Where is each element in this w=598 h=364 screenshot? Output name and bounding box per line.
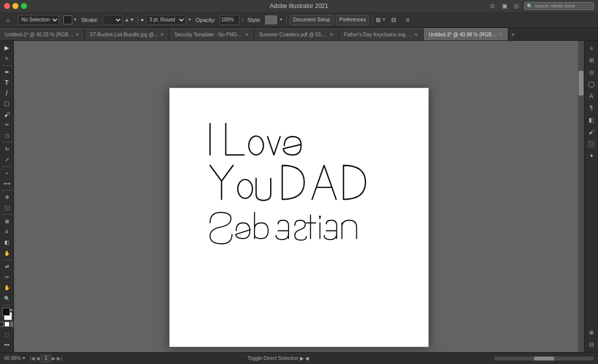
rotate-tool[interactable]: ↻ [1, 144, 13, 154]
swap-colors-icon[interactable]: ⇄ [9, 308, 13, 312]
svg-point-2 [319, 215, 321, 217]
preferences-button[interactable]: Preferences [336, 15, 370, 25]
fill-color-area[interactable]: ▼ [63, 15, 77, 24]
zoom-arrow: ▼ [22, 356, 26, 361]
tab-close-icon[interactable]: ✕ [414, 32, 418, 37]
opacity-input[interactable] [220, 15, 240, 25]
close-button[interactable] [4, 3, 10, 9]
title-bar-right: ⊙ ▣ ◎ 🔍 Search Adobe Stock [488, 2, 598, 10]
fill-mini-box[interactable] [0, 322, 3, 327]
last-page-button[interactable]: ▶| [57, 356, 62, 361]
profile-icon[interactable]: ⊙ [488, 2, 496, 10]
scissors-tool[interactable]: ✂ [1, 272, 13, 282]
fullscreen-button[interactable] [21, 3, 27, 9]
none-box[interactable] [10, 322, 14, 327]
stroke-size-select[interactable]: 3 pt. Round [146, 15, 186, 25]
arrange-icons[interactable]: ⊞▼ [376, 14, 386, 26]
page-number-input[interactable] [41, 355, 51, 363]
type-tool[interactable]: T [1, 78, 13, 88]
vertical-scroll-thumb[interactable] [579, 71, 584, 96]
tab-untitled-3[interactable]: Untitled-3* @ 40.98 % (RGB/Preview) ✕ [424, 28, 508, 40]
window-icon[interactable]: ▣ [500, 2, 508, 10]
location-icon[interactable]: ◎ [512, 2, 520, 10]
tab-label: Untitled-3* @ 40.98 % (RGB/Preview) [429, 32, 497, 37]
tab-close-icon[interactable]: ✕ [245, 32, 249, 37]
tab-security[interactable]: Security Template - No PNG JPG.ai* ✕ [169, 28, 254, 40]
zoom-control[interactable]: 40.98% ▼ [4, 356, 26, 361]
toolbar-divider-3 [372, 15, 373, 25]
warp-tool[interactable]: ⌁ [1, 168, 13, 178]
first-page-button[interactable]: |◀ [30, 356, 35, 361]
graphic-styles-icon[interactable]: ◧ [586, 115, 597, 125]
tab-fathers-day[interactable]: Father's Day Keychains.svg @... ✕ [339, 28, 424, 40]
stroke-mini-box[interactable] [4, 322, 9, 327]
scale-tool[interactable]: ⤢ [1, 154, 13, 164]
tab-label: Father's Day Keychains.svg @... [344, 32, 412, 37]
perspective-tool[interactable]: ⊠ [1, 216, 13, 226]
appearance-icon[interactable]: ◯ [586, 79, 597, 90]
paragraph-icon[interactable]: ¶ [586, 103, 597, 114]
eyedropper-tool[interactable]: ✋ [1, 248, 13, 258]
tab-close-icon[interactable]: ✕ [329, 32, 333, 37]
blend-tool[interactable]: ⇌ [1, 261, 13, 271]
zoom-tool[interactable]: 🔍 [1, 293, 13, 303]
toggle-arrow-left[interactable]: ◀ [305, 356, 309, 361]
stroke-fill-mini [0, 322, 14, 327]
selection-dropdown[interactable]: No Selection [18, 15, 59, 25]
mesh-tool[interactable]: # [1, 227, 13, 237]
tab-summer-coasters[interactable]: Summer Coasters.pdf @ 55.8... ✕ [254, 28, 339, 40]
tab-close-icon[interactable]: ✕ [160, 32, 164, 37]
live-paint-tool[interactable]: ⬛ [1, 203, 13, 213]
pen-tool[interactable]: ✒ [1, 67, 13, 77]
next-page-button[interactable]: ▶ [52, 356, 56, 361]
pencil-tool[interactable]: ✏ [1, 120, 13, 130]
artboard-content [169, 88, 429, 347]
more-tools-icon[interactable]: ••• [1, 340, 13, 350]
search-adobe-stock[interactable]: 🔍 Search Adobe Stock [524, 2, 594, 10]
main-toolbar: ⌂ No Selection ▼ Stroke: ▲▼ ● 3 pt. Roun… [0, 12, 598, 28]
home-icon[interactable]: ⌂ [2, 14, 14, 26]
tab-close-icon[interactable]: ✕ [499, 32, 503, 37]
hand-tool[interactable]: ✋ [1, 283, 13, 293]
tool-separator-6 [2, 259, 12, 260]
toggle-direct-selection: Toggle Direct Selection ▶ ◀ [66, 356, 490, 361]
horizontal-scroll[interactable] [494, 357, 594, 361]
tab-bucket-list[interactable]: ST-Bucket-List-Bundle.jpg @... ✕ [85, 28, 169, 40]
rect-tool[interactable]: □ [1, 99, 13, 109]
style-swatch[interactable] [265, 15, 277, 24]
fill-swatch[interactable] [63, 15, 72, 24]
properties-icon[interactable]: ≡ [586, 43, 597, 54]
shape-builder-tool[interactable]: ⊕ [1, 192, 13, 202]
swatches-icon[interactable]: ⬛ [586, 138, 597, 149]
toggle-arrow-right[interactable]: ▶ [300, 356, 304, 361]
right-align-icon[interactable]: ⊟ [388, 14, 400, 26]
character-icon[interactable]: A [586, 91, 597, 102]
tab-close-icon[interactable]: ✕ [75, 32, 79, 37]
document-setup-button[interactable]: Document Setup [290, 15, 334, 25]
direct-selection-tool[interactable]: ↖ [1, 53, 13, 63]
artboard-tool[interactable]: ⬚ [1, 329, 13, 339]
traffic-lights[interactable] [0, 3, 27, 9]
libraries-icon[interactable]: ◎ [586, 67, 597, 78]
selection-tool[interactable]: ▶ [1, 43, 13, 53]
layers-icon[interactable]: ⊞ [586, 55, 597, 66]
more-options-icon[interactable]: ≡ [402, 14, 414, 26]
gradient-tool[interactable]: ◧ [1, 238, 13, 247]
width-tool[interactable]: ⟺ [1, 179, 13, 189]
line-tool[interactable]: / [1, 88, 13, 98]
vertical-scrollbar[interactable] [578, 41, 584, 352]
stroke-value-select[interactable] [103, 15, 123, 25]
minimize-button[interactable] [12, 3, 18, 9]
foreground-color-box[interactable] [2, 308, 10, 316]
prev-page-button[interactable]: ◀ [36, 356, 40, 361]
paintbrush-tool[interactable]: 🖌 [1, 109, 13, 119]
horizontal-scroll-thumb[interactable] [534, 357, 554, 361]
cc-libraries-icon[interactable]: ⊕ [586, 327, 597, 338]
brushes-icon[interactable]: 🖌 [586, 126, 597, 137]
horizontal-scrollbar[interactable] [494, 357, 594, 361]
symbols-icon[interactable]: ✦ [586, 150, 597, 161]
eraser-tool[interactable]: ◻ [1, 130, 13, 140]
tab-untitled-1[interactable]: Untitled-1* @ 46.33 % (RGB/P... ✕ [0, 28, 85, 40]
tabs-overflow-button[interactable]: » [508, 31, 518, 38]
panel-expand-icon[interactable]: ⊟ [586, 339, 597, 350]
